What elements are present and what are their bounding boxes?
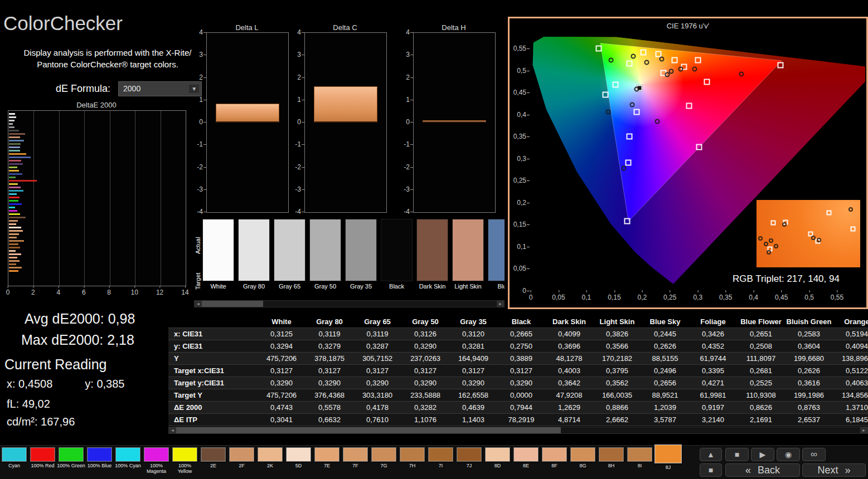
de-bar [9,270,18,272]
scroll-left-icon[interactable]: ◄ [195,301,202,307]
scroll-right-icon[interactable]: ► [860,427,867,433]
colorchecker-swatch: Gray 65 [274,219,306,290]
scroll-left-icon[interactable]: ◄ [169,427,176,433]
pattern-patch-2e[interactable]: 2E [199,446,227,479]
pattern-window-button[interactable]: ■ [700,463,722,477]
cie-target-point [777,62,783,68]
pattern-patch-7j[interactable]: 7J [455,446,483,479]
pattern-patch-7f[interactable]: 7F [341,446,370,479]
measure-button[interactable]: ◉ [777,448,800,461]
continuous-button[interactable]: ∞ [802,448,826,461]
axis-tick-label: 0 [6,289,10,296]
table-cell: 0,3290 [306,377,353,389]
swatch-strip-scrollbar[interactable]: ◄ ► [194,300,505,307]
pattern-patch-5d[interactable]: 5D [284,446,313,479]
de-bar [9,136,20,138]
pattern-patch-7g[interactable]: 7G [370,446,398,479]
pattern-patch-2k[interactable]: 2K [256,446,284,479]
axis-tick-label: 3 [406,51,410,58]
table-cell: 48,1278 [545,353,593,365]
de-bar [9,233,19,235]
pattern-patch-cyan[interactable]: Cyan [0,446,28,479]
measurement-table-wrap: WhiteGray 80Gray 65Gray 50Gray 35BlackDa… [168,316,868,426]
scrollbar-track[interactable] [176,427,860,433]
scroll-right-icon[interactable]: ► [497,301,504,307]
swatch-color [381,219,413,281]
de-bar [9,150,20,151]
cie-target-point [641,49,647,55]
axis-tick-label: 1 [297,96,301,104]
table-cell: 0,5194 [833,328,868,340]
scrollbar-track[interactable] [202,301,497,307]
pattern-up-button[interactable]: ▲ [700,448,722,461]
patch-label: 100% Red [31,463,54,468]
table-cell: 61,9981 [689,389,737,402]
table-cell: 0,3290 [401,377,449,389]
pattern-patch-8j[interactable]: 8J [654,443,682,477]
patch-label: 100% Magenta [142,463,171,474]
pattern-patch-7i[interactable]: 7I [426,446,455,479]
patch-label: 100% Green [57,463,85,468]
scrollbar-thumb[interactable] [176,427,561,433]
stop-button[interactable]: ■ [725,448,749,461]
cie-chart-title: CIE 1976 u'v' [510,22,866,30]
table-cell: 0,4352 [689,340,737,353]
table-row: ΔE ITP0,30410,66320,76101,10761,140378,2… [168,414,868,426]
pattern-patch-100-green[interactable]: 100% Green [57,446,85,479]
pattern-patch-100-red[interactable]: 100% Red [28,446,57,479]
table-cell: 6,1845 [833,414,868,426]
pattern-patch-100-yellow[interactable]: 100% Yellow [171,446,199,479]
delta-l-bar [216,104,279,123]
delta-l-chart [206,32,289,213]
play-button[interactable]: ▶ [751,448,774,461]
pattern-patch-7e[interactable]: 7E [313,446,341,479]
x-value: x: 0,4508 [7,378,52,390]
delta-l-y-axis: 43210-1-2-3-4 [190,32,204,212]
scrollbar-thumb[interactable] [202,301,263,307]
pattern-patch-8e[interactable]: 8E [512,446,540,479]
back-button[interactable]: « Back [725,463,800,477]
pattern-patch-100-cyan[interactable]: 100% Cyan [114,446,142,479]
pattern-patch-8h[interactable]: 8H [597,446,625,479]
pattern-patch-8f[interactable]: 8F [540,446,569,479]
cie-target-point [625,160,632,166]
table-cell: 0,3119 [353,328,401,340]
de-bar [9,173,22,175]
table-scrollbar[interactable]: ◄ ► [168,427,868,434]
inset-measured-point [774,244,778,248]
table-cell: 0,2496 [641,365,689,377]
inset-measured-point [817,238,821,242]
column-header: Light Skin [593,316,641,328]
pattern-patch-8i[interactable]: 8I [625,446,654,479]
axis-tick-label: 0,15 [608,294,620,301]
de-bar [9,253,21,255]
chevron-up-icon: ▲ [707,450,715,459]
cie-x-axis: 00,050,10,150,20,250,30,350,40,450,50,55 [531,294,865,301]
de-formula-row: dE Formula: 2000 ▼ [56,81,202,96]
table-cell: 237,0263 [401,353,449,365]
table-cell: 0,2508 [737,340,785,353]
patch-color [59,447,84,462]
axis-tick-label: 1 [199,96,203,104]
table-cell: 111,8097 [737,353,785,365]
cie-measured-point [631,53,636,58]
inset-measured-point [767,250,771,255]
swatch-label: Gray 35 [345,283,377,290]
next-button[interactable]: Next » [802,463,866,477]
pattern-patch-7h[interactable]: 7H [398,446,426,479]
de-bar [9,187,21,188]
pattern-patch-8g[interactable]: 8G [569,446,597,479]
pattern-patch-2f[interactable]: 2F [227,446,256,479]
de-bar [9,177,16,178]
axis-tick-label: 2 [31,289,35,296]
de-bar [9,247,20,248]
patch-color [144,447,169,462]
table-cell: 0,3119 [306,328,353,340]
de-bar [9,267,22,268]
pattern-patch-100-blue[interactable]: 100% Blue [85,446,114,479]
axis-tick-label: -1 [197,140,203,148]
patch-color [513,447,539,462]
table-cell: 88,9521 [641,389,689,402]
pattern-patch-100-magenta[interactable]: 100% Magenta [142,446,171,479]
pattern-patch-8d[interactable]: 8D [483,446,512,479]
